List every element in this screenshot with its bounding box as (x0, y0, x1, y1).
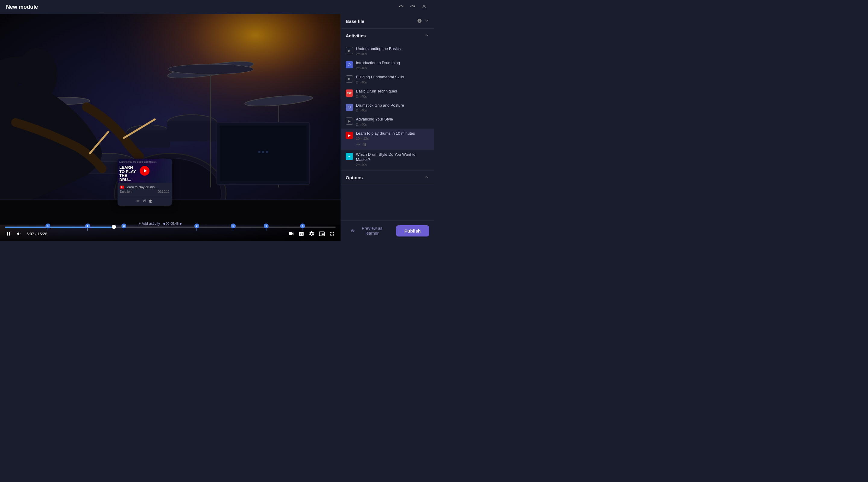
bottom-bar: Preview as learner Publish (341, 220, 434, 241)
marker-badge-1: 1 (45, 224, 50, 228)
activity-info-8: Which Drum Style Do You Want to Master? … (356, 152, 429, 167)
active-item-actions: ✏ 🗑 (356, 141, 429, 147)
marker-badge-5: 1 (231, 224, 236, 228)
activity-item-5[interactable]: ⬡ Drumstick Grip and Posture 2m 40s (341, 101, 434, 115)
activity-item-2[interactable]: ⬡ Introduction to Drumming 2m 40s (341, 58, 434, 72)
activities-header[interactable]: Activities (341, 29, 434, 43)
activity-item-6[interactable]: ▶ Advancing Your Style 2m 40s (341, 115, 434, 129)
publish-label: Publish (404, 228, 421, 233)
activities-title: Activities (346, 33, 366, 38)
current-time: 5:07 (27, 232, 34, 236)
popup-play-button[interactable] (140, 166, 150, 175)
video-controls: 1 1 3 2 1 (0, 224, 341, 241)
svg-text:■ ■ ■: ■ ■ ■ (258, 150, 268, 154)
activity-list: ▶ Understanding the Basics 2m 40s ⬡ Intr… (341, 43, 434, 170)
edit-activity-button[interactable]: ✏ (356, 141, 361, 147)
timeline-progress (5, 227, 114, 228)
activity-name-1: Understanding the Basics (356, 46, 429, 52)
options-section: Options (341, 170, 434, 185)
base-file-title: Base file (346, 19, 364, 24)
svg-point-3 (168, 64, 253, 74)
activity-duration-1: 2m 40s (356, 52, 429, 56)
activity-name-6: Advancing Your Style (356, 117, 429, 122)
base-file-collapse-button[interactable] (424, 19, 429, 24)
activity-icon-7: ▶ (346, 132, 353, 139)
marker-badge-3: 3 (121, 224, 126, 228)
base-file-header[interactable]: Base file (341, 14, 434, 28)
popup-replace-button[interactable]: ↺ (143, 198, 146, 203)
marker-badge-4: 2 (194, 224, 199, 228)
popup-actions: ✏ ↺ 🗑 (118, 197, 172, 206)
pause-button[interactable] (5, 230, 12, 237)
captions-button[interactable] (298, 230, 305, 237)
base-file-info-button[interactable] (417, 19, 422, 24)
preview-label: Preview as learner (356, 226, 388, 235)
activity-duration-7: 10m 12s (356, 137, 429, 140)
preview-button[interactable]: Preview as learner (346, 224, 393, 238)
activity-duration-5: 2m 40s (356, 108, 429, 112)
popup-delete-button[interactable]: 🗑 (149, 198, 153, 203)
timeline-bar[interactable]: 1 1 3 2 1 (5, 227, 336, 228)
timeline-marker-4[interactable]: 2 (194, 224, 199, 231)
volume-button[interactable] (16, 230, 23, 237)
activity-name-5: Drumstick Grip and Posture (356, 103, 429, 108)
redo-button[interactable] (409, 2, 416, 12)
popup-info: Learn to play drums... Duration: 00:10:1… (118, 183, 172, 196)
controls-row: 5:07 / 15:28 (5, 230, 336, 237)
popup-thumbnail-title: LEARNTO PLAYTHEDRU... (119, 165, 136, 182)
video-area[interactable]: ■ ■ ■ Learn To Play The Drums In 10 Minu… (0, 14, 341, 241)
activity-name-2: Introduction to Drumming (356, 61, 429, 66)
popup-duration-value: 00:10:12 (158, 190, 169, 193)
timeline-marker-7[interactable]: 1 (300, 224, 305, 231)
timeline-marker-5[interactable]: 1 (231, 224, 236, 231)
activity-icon-4: PDF (346, 90, 353, 97)
svg-rect-13 (167, 121, 217, 141)
fullscreen-button[interactable] (329, 230, 336, 237)
main-content: ■ ■ ■ Learn To Play The Drums In 10 Minu… (0, 14, 434, 241)
activity-duration-6: 2m 40s (356, 123, 429, 126)
settings-button[interactable] (308, 230, 315, 237)
activity-duration-8: 2m 40s (356, 163, 429, 167)
activities-collapse-button[interactable] (424, 33, 429, 38)
activity-name-3: Building Fundamental Skills (356, 75, 429, 80)
options-collapse-button[interactable] (424, 175, 429, 181)
marker-badge-7: 1 (300, 224, 305, 228)
options-header[interactable]: Options (341, 170, 434, 185)
activity-info-2: Introduction to Drumming 2m 40s (356, 61, 429, 70)
activities-icons (424, 33, 429, 38)
miniplayer-button[interactable] (318, 230, 326, 237)
activity-icon-1: ▶ (346, 47, 353, 54)
timeline-marker-2[interactable]: 1 (85, 224, 90, 231)
activity-icon-3: ▶ (346, 75, 353, 83)
popup-edit-button[interactable]: ✏ (136, 198, 140, 203)
options-icons (424, 175, 429, 181)
activity-name-4: Basic Drum Techniques (356, 89, 429, 94)
popup-title-row: Learn to play drums... (120, 185, 169, 189)
activity-icon-5: ⬡ (346, 104, 353, 111)
camera-button[interactable] (287, 230, 295, 237)
timeline-marker-1[interactable]: 1 (45, 224, 50, 231)
activity-item-3[interactable]: ▶ Building Fundamental Skills 2m 40s (341, 72, 434, 87)
base-file-section: Base file (341, 14, 434, 29)
undo-button[interactable] (397, 2, 405, 12)
activity-info-7: Learn to play drums in 10 minutes 10m 12… (356, 131, 429, 147)
activity-duration-3: 2m 40s (356, 81, 429, 84)
activity-item-4[interactable]: PDF Basic Drum Techniques 2m 40s (341, 87, 434, 101)
activity-info-4: Basic Drum Techniques 2m 40s (356, 89, 429, 98)
activity-name-7: Learn to play drums in 10 minutes (356, 131, 429, 136)
close-button[interactable] (420, 2, 428, 12)
activity-item-7[interactable]: ▶ Learn to play drums in 10 minutes 10m … (341, 129, 434, 150)
delete-activity-button[interactable]: 🗑 (362, 141, 367, 147)
activities-section: Activities ▶ Understanding the Basics 2m… (341, 29, 434, 170)
activity-item-8[interactable]: ≡ Which Drum Style Do You Want to Master… (341, 150, 434, 169)
publish-button[interactable]: Publish (396, 225, 429, 236)
youtube-icon (120, 186, 124, 189)
timeline-marker-3[interactable]: 3 (121, 224, 126, 231)
header-actions (397, 2, 428, 12)
timeline-marker-6[interactable]: 1 (264, 224, 269, 231)
popup-thumbnail-subtitle: Learn To Play The Drums In 10 Minutes (119, 161, 156, 164)
activity-icon-2: ⬡ (346, 61, 353, 68)
activity-item-1[interactable]: ▶ Understanding the Basics 2m 40s (341, 44, 434, 58)
activity-popup: Learn To Play The Drums In 10 Minutes LE… (118, 159, 172, 206)
timeline-thumb (112, 225, 116, 229)
